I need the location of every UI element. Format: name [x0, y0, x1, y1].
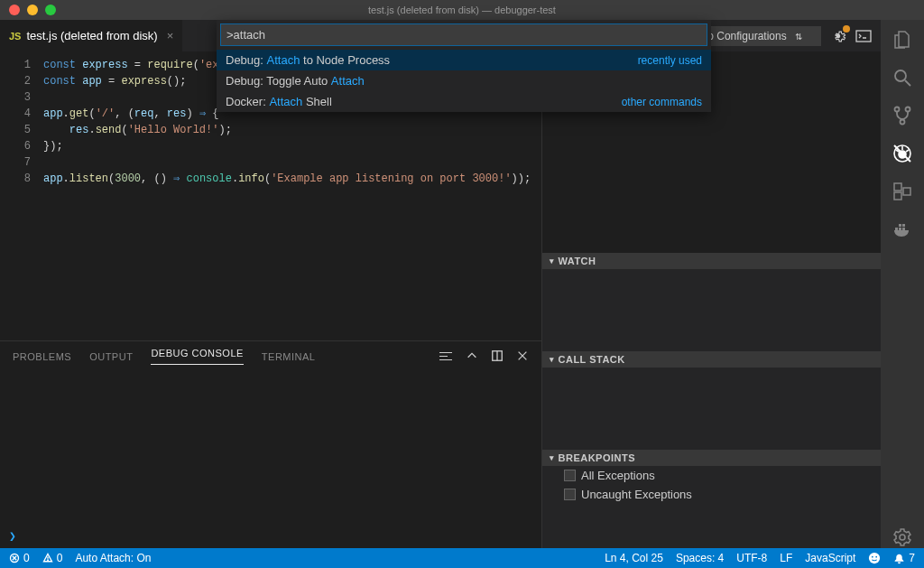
command-palette-input[interactable] — [220, 23, 707, 46]
bottom-panel: PROBLEMS OUTPUT DEBUG CONSOLE TERMINAL — [0, 340, 541, 548]
settings-gear-icon[interactable] — [892, 526, 913, 548]
palette-item-docker-attach[interactable]: Docker: Attach Shell other commands — [217, 91, 711, 112]
watch-label: WATCH — [559, 256, 596, 266]
panel-tab-problems[interactable]: PROBLEMS — [13, 351, 71, 362]
source-control-icon[interactable] — [892, 105, 913, 126]
debug-settings-gear-icon[interactable] — [830, 28, 846, 44]
panel-tab-terminal[interactable]: TERMINAL — [262, 351, 316, 362]
svg-point-27 — [876, 556, 878, 558]
collapse-arrow-icon: ▾ — [550, 256, 555, 265]
extensions-icon[interactable] — [892, 181, 913, 202]
svg-rect-2 — [856, 31, 871, 42]
callstack-section-body — [542, 368, 881, 450]
breakpoints-label: BREAKPOINTS — [559, 452, 636, 463]
status-feedback-icon[interactable] — [868, 552, 881, 564]
status-language[interactable]: JavaScript — [805, 552, 855, 564]
palette-item-toggle-auto-attach[interactable]: Debug: Toggle Auto Attach — [217, 70, 711, 91]
svg-line-4 — [905, 80, 910, 86]
svg-point-24 — [47, 560, 48, 561]
callstack-label: CALL STACK — [559, 354, 625, 365]
svg-point-21 — [900, 535, 905, 540]
palette-item-debug-attach[interactable]: Debug: Attach to Node Process recently u… — [217, 50, 711, 70]
breakpoint-item[interactable]: Uncaught Exceptions — [542, 485, 881, 504]
debug-config-dropdown[interactable]: No Configurations ⇅ — [692, 26, 821, 46]
panel-close-icon[interactable] — [516, 349, 529, 364]
debug-icon[interactable] — [892, 143, 913, 164]
svg-rect-17 — [899, 228, 901, 230]
svg-rect-14 — [894, 192, 901, 200]
tab-close-icon[interactable]: × — [167, 29, 174, 42]
collapse-arrow-icon: ▾ — [550, 453, 555, 462]
svg-point-3 — [895, 70, 906, 81]
checkbox-icon[interactable] — [564, 470, 576, 481]
svg-line-12 — [906, 150, 909, 152]
palette-hint: recently used — [638, 54, 702, 67]
window-maximize-button[interactable] — [45, 5, 56, 15]
debug-console-toggle-icon[interactable] — [855, 30, 872, 42]
js-file-icon: JS — [9, 31, 21, 42]
svg-point-7 — [901, 120, 905, 125]
line-gutter: 1 2 3 4 5 6 7 8 — [0, 57, 43, 340]
svg-point-26 — [872, 556, 873, 558]
panel-word-wrap-icon[interactable] — [439, 349, 453, 364]
status-spaces[interactable]: Spaces: 4 — [676, 552, 724, 564]
collapse-arrow-icon: ▾ — [550, 355, 555, 364]
docker-icon[interactable] — [892, 219, 913, 240]
svg-rect-18 — [902, 228, 905, 230]
svg-point-25 — [869, 553, 880, 563]
svg-rect-13 — [894, 183, 901, 191]
callstack-section-header[interactable]: ▾ CALL STACK — [542, 351, 881, 368]
palette-hint: other commands — [622, 96, 702, 108]
debug-console-prompt[interactable]: ❯ — [0, 526, 25, 546]
tab-testjs[interactable]: JS test.js (deleted from disk) × — [0, 20, 182, 51]
status-notifications-icon[interactable]: 7 — [893, 552, 915, 564]
files-icon[interactable] — [892, 29, 913, 51]
watch-section-body — [542, 269, 881, 351]
command-palette: Debug: Attach to Node Process recently u… — [217, 20, 711, 112]
activity-bar — [881, 20, 924, 548]
panel-tab-debug-console[interactable]: DEBUG CONSOLE — [151, 348, 243, 365]
gear-badge-icon — [843, 25, 850, 33]
status-ln-col[interactable]: Ln 4, Col 25 — [605, 552, 663, 564]
status-errors[interactable]: 0 — [9, 552, 30, 564]
status-eol[interactable]: LF — [780, 552, 792, 564]
status-encoding[interactable]: UTF-8 — [736, 552, 767, 564]
window-minimize-button[interactable] — [27, 5, 38, 15]
window-close-button[interactable] — [9, 5, 20, 15]
panel-maximize-icon[interactable] — [491, 349, 504, 364]
svg-point-6 — [906, 107, 910, 112]
breakpoint-label: All Exceptions — [581, 469, 655, 482]
status-warnings[interactable]: 0 — [42, 552, 63, 564]
dropdown-arrows-icon: ⇅ — [795, 32, 802, 42]
search-icon[interactable] — [892, 67, 913, 88]
breakpoint-item[interactable]: All Exceptions — [542, 466, 881, 485]
breakpoints-section-body: All Exceptions Uncaught Exceptions — [542, 466, 881, 548]
checkbox-icon[interactable] — [564, 489, 576, 500]
watch-section-header[interactable]: ▾ WATCH — [542, 253, 881, 269]
panel-tab-output[interactable]: OUTPUT — [89, 351, 133, 362]
statusbar: 0 0 Auto Attach: On Ln 4, Col 25 Spaces:… — [0, 548, 924, 568]
svg-point-5 — [895, 107, 900, 112]
svg-rect-19 — [899, 224, 901, 227]
status-auto-attach[interactable]: Auto Attach: On — [75, 552, 151, 564]
window-title: test.js (deleted from disk) — debugger-t… — [368, 5, 556, 15]
debug-config-label: No Configurations — [700, 30, 787, 42]
panel-collapse-icon[interactable] — [466, 349, 478, 364]
svg-rect-15 — [903, 188, 910, 195]
tab-label: test.js (deleted from disk) — [26, 29, 157, 42]
svg-rect-16 — [895, 228, 898, 230]
svg-rect-20 — [902, 224, 905, 227]
breakpoints-section-header[interactable]: ▾ BREAKPOINTS — [542, 450, 881, 466]
breakpoint-label: Uncaught Exceptions — [581, 488, 692, 501]
titlebar: test.js (deleted from disk) — debugger-t… — [0, 0, 924, 20]
